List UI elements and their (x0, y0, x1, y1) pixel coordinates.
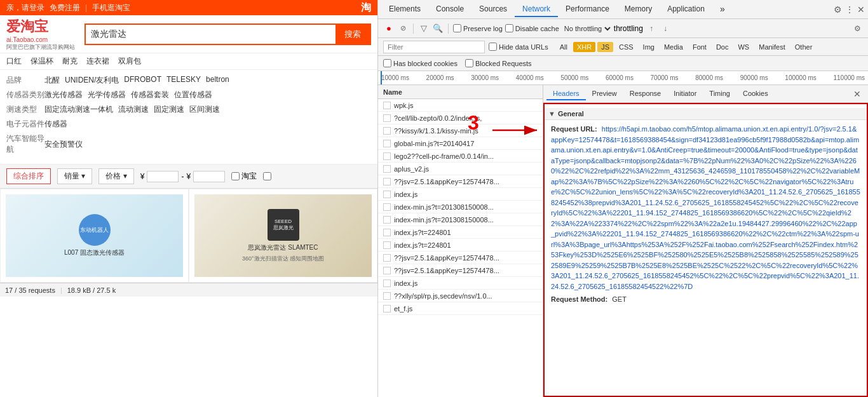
detail-tab-preview[interactable]: Preview (586, 88, 623, 100)
export-icon[interactable]: ↓ (660, 23, 671, 34)
network-settings-icon[interactable]: ⚙ (851, 23, 863, 34)
request-name-4: global-min.js?t=20140417 (394, 140, 538, 147)
record-button[interactable]: ● (383, 23, 395, 34)
list-item[interactable]: ?cell/lib-zepto/0.0.2/index.js, (378, 112, 543, 124)
tab-elements[interactable]: Elements (381, 2, 428, 17)
nav-item-5[interactable]: 双肩包 (118, 56, 141, 67)
filter-ws-btn[interactable]: WS (734, 42, 753, 52)
filter-items-electronics: 传感器 (44, 119, 67, 130)
list-item[interactable]: index.js (378, 188, 543, 201)
more-icon[interactable]: ⋮ (845, 4, 854, 15)
tab-performance[interactable]: Performance (558, 2, 617, 17)
filter-speed-1[interactable]: 固定流动测速一体机 (44, 104, 113, 115)
filter-sensor-kit[interactable]: 传感器套装 (131, 90, 169, 100)
list-item[interactable]: lego2??cell-pc-frame/0.0.14/in... (378, 150, 543, 163)
nav-item-4[interactable]: 连衣裙 (86, 56, 109, 67)
throttle-select[interactable]: No throttling (562, 24, 613, 33)
request-method-label: Request Method: (551, 295, 607, 303)
price-max-input[interactable] (193, 171, 225, 182)
filter-font-btn[interactable]: Font (689, 42, 710, 52)
filter-brand-uniden[interactable]: UNIDEN/友利电 (65, 75, 119, 86)
filter-js-btn[interactable]: JS (597, 42, 613, 52)
list-item[interactable]: index.js?t=224801 (378, 239, 543, 252)
detail-tab-initiator[interactable]: Initiator (667, 88, 703, 100)
filter-all-btn[interactable]: All (556, 42, 571, 52)
filter-sensor-laser[interactable]: 激光传感器 (44, 90, 83, 100)
filter-sensor-position[interactable]: 位置传感器 (174, 90, 212, 100)
sort-comprehensive[interactable]: 综合排序 (6, 168, 51, 184)
settings-icon[interactable]: ⚙ (834, 4, 842, 15)
list-item[interactable]: index.js?t=224801 (378, 226, 543, 239)
product-card-2[interactable]: SEEED思岚激光 思岚激光雷达 SLAMTEC 360°激光扫描雷达 感知周围… (189, 189, 377, 283)
list-item[interactable]: ??jsv=2.5.1&appKey=12574478... (378, 252, 543, 264)
filter-img-btn[interactable]: Img (639, 42, 658, 52)
has-blocked-checkbox[interactable] (383, 59, 391, 67)
list-item[interactable]: global-min.js?t=20140417 (378, 137, 543, 150)
stop-button[interactable]: ⊘ (397, 23, 409, 34)
list-item[interactable]: aplus_v2.js (378, 163, 543, 175)
filter-brand-beltron[interactable]: beltron (206, 75, 229, 86)
price-min-input[interactable] (147, 171, 179, 182)
sort-price[interactable]: 价格 ▾ (98, 168, 133, 184)
filter-css-btn[interactable]: CSS (615, 42, 637, 52)
list-item[interactable]: ??kissy/k/1.3.1/kissy-min.js (378, 124, 543, 137)
filter-brand-telesky[interactable]: TELESKY (166, 75, 201, 86)
tab-sources[interactable]: Sources (471, 2, 515, 17)
detail-close-button[interactable]: ✕ (850, 89, 865, 99)
detail-tab-cookies[interactable]: Cookies (736, 88, 775, 100)
filter-manifest-btn[interactable]: Manifest (755, 42, 789, 52)
tab-application[interactable]: Application (660, 2, 712, 17)
nav-item-3[interactable]: 耐克 (62, 56, 78, 67)
hide-data-urls-checkbox[interactable] (489, 43, 497, 51)
nav-item-2[interactable]: 保温杯 (31, 56, 53, 67)
close-icon[interactable]: ✕ (857, 4, 865, 15)
product-card-1[interactable]: 东动机器人 L007 固态激光传感器 (0, 189, 189, 283)
filter-xhr-btn[interactable]: XHR (573, 42, 595, 52)
filter-electronics-sensor[interactable]: 传感器 (44, 119, 67, 130)
taobao-checkbox[interactable] (231, 172, 240, 180)
tab-console[interactable]: Console (428, 2, 471, 17)
list-item[interactable]: et_f.js (378, 302, 543, 315)
list-item[interactable]: index-min.js?t=201308150008... (378, 213, 543, 226)
filter-items-brand: 北醒 UNIDEN/友利电 DFROBOT TELESKY beltron (44, 75, 229, 86)
list-item[interactable]: ??jsv=2.5.1&appKey=12574478... (378, 175, 543, 188)
tab-memory[interactable]: Memory (617, 2, 660, 17)
sort-sales[interactable]: 销量 ▾ (57, 168, 92, 184)
filter-speed-2[interactable]: 流动测速 (118, 104, 149, 115)
list-item[interactable]: wpk.js (378, 99, 543, 112)
search-button[interactable]: 搜索 (336, 25, 370, 44)
filter-input[interactable] (383, 41, 485, 53)
greeting: 亲，请登录 (6, 3, 44, 13)
free-register-link[interactable]: 免费注册 (50, 3, 80, 13)
list-item[interactable]: ??xlly/spl/rp.js,secdev/nsv/1.0... (378, 290, 543, 302)
list-item[interactable]: index-min.js?t=201308150008... (378, 201, 543, 213)
request-name-17: et_f.js (394, 305, 538, 313)
filter-brand-beixin[interactable]: 北醒 (44, 75, 60, 86)
price-symbol: ¥ (140, 172, 145, 181)
filter-speed-4[interactable]: 区间测速 (189, 104, 220, 115)
detail-tab-headers[interactable]: Headers (546, 88, 586, 100)
disable-cache-checkbox[interactable] (505, 24, 513, 32)
tab-network[interactable]: Network (515, 2, 558, 17)
filter-media-btn[interactable]: Media (660, 42, 687, 52)
list-item[interactable]: ??jsv=2.5.1&appKey=12574478... (378, 264, 543, 277)
blocked-requests-checkbox[interactable] (465, 59, 473, 67)
import-icon[interactable]: ↑ (646, 23, 657, 34)
filter-other-btn[interactable]: Other (791, 42, 817, 52)
preserve-log-checkbox[interactable] (453, 24, 461, 32)
filter-doc-btn[interactable]: Doc (712, 42, 733, 52)
tab-more[interactable]: » (712, 1, 733, 18)
filter-icon[interactable]: ▽ (418, 23, 430, 34)
detail-tab-response[interactable]: Response (623, 88, 668, 100)
filter-brand-dfrobot[interactable]: DFROBOT (124, 75, 161, 86)
nav-item-1[interactable]: 口红 (6, 56, 22, 67)
list-item[interactable]: index.js (378, 277, 543, 290)
filter-speed-3[interactable]: 固定测速 (154, 104, 184, 115)
filter-nav-safety[interactable]: 安全预警仪 (44, 139, 83, 150)
mobile-link[interactable]: 手机逛淘宝 (92, 3, 130, 13)
extra-checkbox[interactable] (263, 172, 271, 180)
detail-tab-timing[interactable]: Timing (703, 88, 736, 100)
search-icon[interactable]: 🔍 (432, 23, 444, 34)
filter-sensor-optical[interactable]: 光学传感器 (88, 90, 126, 100)
search-input[interactable] (86, 29, 336, 39)
